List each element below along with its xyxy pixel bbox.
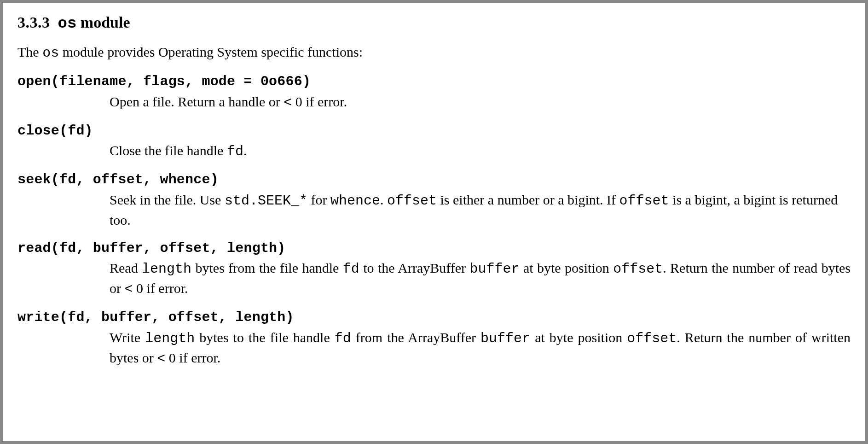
definition-entry: write(fd, buffer, offset, length)Write l…: [17, 308, 851, 368]
function-description: Close the file handle fd.: [17, 141, 851, 161]
section-heading: 3.3.3 os module: [17, 12, 851, 35]
inline-code: length: [142, 261, 191, 277]
description-text: at byte position: [520, 260, 613, 275]
function-signature: write(fd, buffer, offset, length): [17, 308, 851, 327]
inline-code: fd: [227, 144, 243, 159]
description-text: 0 if error.: [133, 280, 188, 296]
definition-entry: open(filename, flags, mode = 0o666)Open …: [17, 72, 851, 112]
definition-list: open(filename, flags, mode = 0o666)Open …: [17, 72, 851, 368]
inline-code: offset: [627, 331, 677, 346]
definition-entry: close(fd)Close the file handle fd.: [17, 122, 851, 162]
document-page: 3.3.3 os module The os module provides O…: [3, 3, 865, 441]
function-description: Read length bytes from the file handle f…: [17, 258, 851, 299]
description-text: Write: [110, 330, 145, 345]
intro-code: os: [42, 45, 59, 61]
intro-paragraph: The os module provides Operating System …: [17, 43, 851, 63]
inline-code: length: [145, 331, 195, 346]
intro-text-pre: The: [17, 44, 42, 59]
function-signature: close(fd): [17, 122, 851, 140]
section-number: 3.3.3: [17, 14, 50, 31]
description-text: Read: [110, 260, 142, 275]
inline-code: buffer: [470, 261, 520, 277]
inline-code: fd: [335, 331, 351, 346]
function-signature: read(fd, buffer, offset, length): [17, 239, 851, 258]
function-description: Seek in the file. Use std.SEEK_* for whe…: [17, 190, 851, 230]
inline-code: buffer: [480, 331, 530, 346]
description-text: 0 if error.: [165, 350, 220, 365]
description-text: from the ArrayBuffer: [351, 330, 480, 345]
description-text: for: [307, 192, 330, 207]
function-signature: open(filename, flags, mode = 0o666): [17, 72, 851, 91]
description-text: bytes from the file handle: [191, 260, 343, 275]
description-text: .: [243, 143, 247, 158]
definition-entry: seek(fd, offset, whence)Seek in the file…: [17, 170, 851, 230]
description-text: to the ArrayBuffer: [359, 260, 470, 275]
description-text: Open a file. Return a handle or: [110, 94, 284, 109]
description-text: 0 if error.: [292, 94, 347, 109]
inline-code: offset: [613, 261, 663, 277]
description-text: .: [380, 192, 387, 207]
definition-entry: read(fd, buffer, offset, length)Read len…: [17, 239, 851, 299]
inline-code: <: [157, 351, 165, 367]
inline-code: <: [125, 281, 133, 297]
inline-code: offset: [387, 193, 437, 209]
inline-code: std.SEEK_*: [225, 193, 307, 209]
section-heading-word: module: [81, 14, 130, 31]
description-text: is either a number or a bigint. If: [437, 192, 619, 207]
intro-text-post: module provides Operating System specifi…: [59, 44, 363, 59]
inline-code: whence: [330, 193, 380, 209]
description-text: Close the file handle: [110, 143, 227, 158]
section-heading-code: os: [58, 15, 77, 32]
description-text: bytes to the file handle: [195, 330, 335, 345]
function-description: Write length bytes to the file handle fd…: [17, 328, 851, 368]
function-signature: seek(fd, offset, whence): [17, 170, 851, 189]
function-description: Open a file. Return a handle or < 0 if e…: [17, 92, 851, 112]
description-text: at byte position: [530, 330, 627, 345]
description-text: Seek in the file. Use: [110, 192, 225, 207]
inline-code: <: [284, 95, 292, 111]
inline-code: offset: [619, 193, 669, 209]
inline-code: fd: [343, 261, 359, 277]
